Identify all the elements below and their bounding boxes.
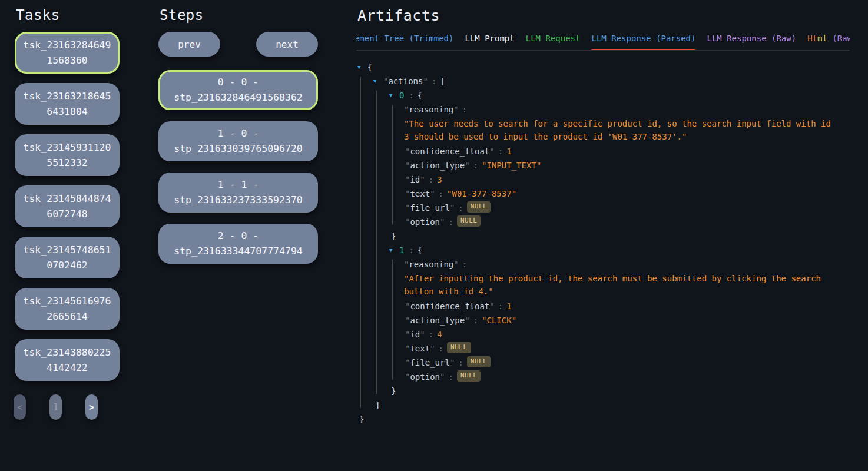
json-key: id (410, 174, 420, 185)
artifacts-tabbar: Element Tree (Trimmed)LLM PromptLLM Requ… (356, 34, 850, 51)
json-children: "reasoning":"After inputting the product… (388, 258, 850, 383)
json-array-index: 0 (399, 89, 405, 101)
json-key: confidence_float (410, 145, 489, 157)
json-key: option (410, 371, 440, 383)
json-row: "id":4 (404, 329, 850, 340)
step-button[interactable]: 1 - 0 -stp_231633039765096720 (158, 121, 318, 161)
json-number-value: 4 (437, 329, 442, 340)
json-key: id (410, 329, 420, 340)
artifacts-title: Artifacts (357, 7, 850, 24)
tab-llm-request[interactable]: LLM Request (526, 34, 581, 50)
json-row: "text":NULL (404, 343, 850, 354)
json-number-value: 3 (437, 174, 442, 185)
json-close-row: } (388, 385, 850, 397)
collapse-toggle-icon[interactable]: ▼ (389, 244, 399, 256)
step-prefix: 2 - 0 - (218, 228, 259, 244)
tasks-pagination: < 1 > (14, 394, 120, 420)
json-key: confidence_float (410, 300, 489, 312)
json-children: ▼"actions":[▼0:{"reasoning":"The user ne… (356, 75, 850, 411)
json-key-line: "reasoning": (404, 104, 850, 115)
json-string-value: CLICK (486, 314, 511, 326)
task-button[interactable]: tsk_231438802254142422 (15, 339, 120, 381)
collapse-toggle-icon[interactable]: ▼ (357, 61, 367, 73)
json-null-badge: NULL (467, 201, 491, 213)
tasks-title: Tasks (16, 7, 120, 24)
json-key-line: "reasoning": (404, 258, 850, 270)
json-row: "option":NULL (404, 371, 850, 383)
json-null-badge: NULL (457, 215, 481, 227)
task-button[interactable]: tsk_231457486510702462 (15, 237, 120, 278)
step-prefix: 1 - 0 - (218, 126, 259, 141)
step-list: 0 - 0 -stp_2316328464915683621 - 0 -stp_… (158, 70, 318, 264)
json-close-row: ] (372, 399, 850, 411)
tab-label-segment: (Raw) (827, 34, 850, 43)
task-button[interactable]: tsk_231632846491568360 (15, 32, 120, 74)
tab-llm-response-parsed[interactable]: LLM Response (Parsed) (591, 34, 695, 50)
task-button[interactable]: tsk_231632186456431804 (15, 83, 120, 125)
json-key: text (410, 343, 430, 354)
json-field: "reasoning":"After inputting the product… (404, 258, 850, 298)
json-row: ▼{ (356, 61, 850, 73)
task-button[interactable]: tsk_231456169762665614 (15, 288, 120, 330)
tab-llm-response-raw[interactable]: LLM Response (Raw) (707, 34, 796, 50)
pagination-page-button[interactable]: 1 (49, 394, 62, 420)
steps-panel: Steps prev next 0 - 0 -stp_2316328464915… (158, 7, 318, 275)
task-list: tsk_231632846491568360tsk_23163218645643… (15, 32, 120, 381)
tasks-panel: Tasks tsk_231632846491568360tsk_23163218… (15, 7, 120, 420)
tab-label-segment: Ht (807, 34, 817, 43)
step-id: stp_231633237333592370 (174, 193, 303, 208)
tab-label-segment: ml (817, 34, 827, 43)
json-close-row: } (388, 230, 850, 242)
json-null-badge: NULL (457, 370, 481, 382)
json-children: ▼0:{"reasoning":"The user needs to searc… (372, 89, 850, 397)
json-array-index: 1 (399, 244, 405, 256)
json-row: "id":3 (404, 174, 850, 185)
json-string-value: "The user needs to search for a specific… (404, 117, 831, 143)
json-row: "file_url":NULL (404, 357, 850, 369)
step-button[interactable]: 0 - 0 -stp_231632846491568362 (158, 70, 318, 110)
json-key: file_url (410, 357, 449, 369)
json-number-value: 1 (506, 300, 511, 312)
json-children: "reasoning":"The user needs to search fo… (388, 104, 850, 228)
json-string-value: "After inputting the product id, the sea… (404, 272, 831, 298)
task-button[interactable]: tsk_231459311205512332 (15, 134, 120, 176)
json-key: action_type (410, 314, 465, 326)
step-prefix: 0 - 0 - (218, 75, 259, 90)
task-button[interactable]: tsk_231458448746072748 (15, 185, 120, 227)
json-key: reasoning (409, 104, 453, 115)
collapse-toggle-icon[interactable]: ▼ (389, 89, 399, 101)
json-row: "text":"W01-377-8537" (404, 188, 850, 200)
tab-element-tree-trimmed[interactable]: Element Tree (Trimmed) (356, 34, 453, 50)
tab-html-raw[interactable]: Html (Raw) (807, 34, 850, 50)
json-field: "reasoning":"The user needs to search fo… (404, 104, 850, 143)
json-null-badge: NULL (447, 342, 471, 353)
collapse-toggle-icon[interactable]: ▼ (373, 75, 383, 87)
next-step-button[interactable]: next (256, 32, 318, 57)
pagination-next-button[interactable]: > (85, 394, 98, 420)
json-key: text (410, 188, 430, 200)
step-button[interactable]: 2 - 0 -stp_231633344707774794 (158, 224, 318, 264)
tab-llm-prompt[interactable]: LLM Prompt (465, 34, 514, 50)
step-prefix: 1 - 1 - (218, 177, 259, 193)
pagination-prev-button[interactable]: < (14, 394, 26, 420)
json-row: "file_url":NULL (404, 202, 850, 214)
json-row: "confidence_float":1 (404, 300, 850, 312)
json-viewer: ▼{▼"actions":[▼0:{"reasoning":"The user … (356, 61, 850, 425)
json-row: ▼"actions":[ (372, 75, 850, 87)
step-id: stp_231632846491568362 (174, 90, 303, 105)
steps-nav: prev next (158, 32, 318, 57)
json-row: "action_type":"INPUT_TEXT" (404, 160, 850, 171)
step-button[interactable]: 1 - 1 -stp_231633237333592370 (158, 173, 318, 213)
artifacts-panel: Artifacts Element Tree (Trimmed)LLM Prom… (356, 7, 850, 427)
prev-step-button[interactable]: prev (158, 32, 220, 57)
steps-title: Steps (160, 7, 318, 24)
json-key: file_url (410, 202, 449, 214)
json-row: "option":NULL (404, 216, 850, 228)
json-string-value: INPUT_TEXT (486, 160, 536, 171)
json-string-value: W01-377-8537 (452, 188, 511, 200)
step-id: stp_231633039765096720 (174, 141, 303, 157)
json-close-row: } (356, 413, 850, 425)
json-null-badge: NULL (467, 356, 491, 367)
json-row: ▼0:{ (388, 89, 850, 101)
json-row: ▼1:{ (388, 244, 850, 256)
